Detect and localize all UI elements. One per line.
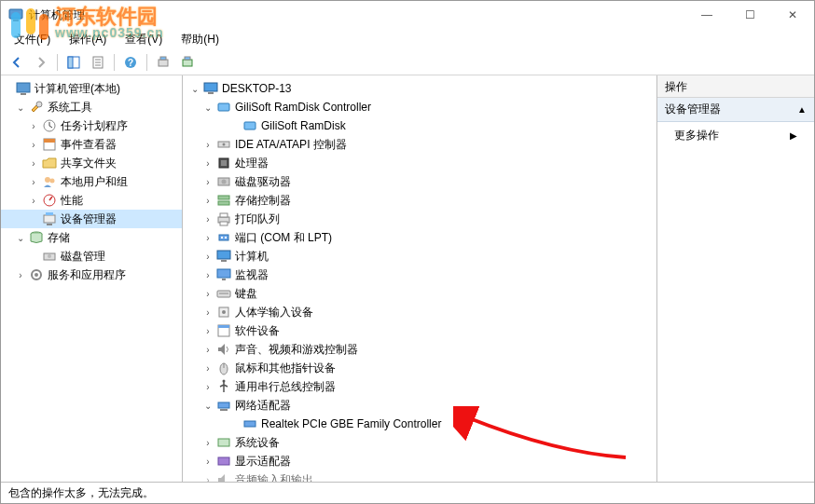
expand-icon[interactable]: › [201,138,214,151]
device-sound[interactable]: ›声音、视频和游戏控制器 [183,340,656,359]
expand-icon[interactable]: › [201,287,214,300]
expand-icon[interactable]: › [201,157,214,170]
collapse-icon[interactable]: ⌄ [188,82,201,95]
collapse-icon[interactable]: ⌄ [14,231,27,244]
node-system-tools[interactable]: ⌄ 系统工具 [1,98,182,116]
node-label: 任务计划程序 [61,118,128,134]
menu-action[interactable]: 操作(A) [62,30,114,49]
sound-icon [216,342,231,357]
device-mice[interactable]: ›鼠标和其他指针设备 [183,359,656,377]
expand-icon[interactable]: › [201,250,214,263]
device-network-adapters[interactable]: ⌄网络适配器 [183,396,656,415]
node-shared-folders[interactable]: › 共享文件夹 [1,154,182,172]
forward-button[interactable] [30,51,52,74]
expand-icon[interactable]: › [27,157,40,170]
node-label: 系统工具 [48,100,92,116]
svg-point-28 [48,254,51,258]
collapse-icon[interactable]: ⌄ [14,101,27,114]
device-display[interactable]: ›显示适配器 [183,452,656,470]
device-ports[interactable]: ›端口 (COM 和 LPT) [183,228,656,247]
node-disk-management[interactable]: 磁盘管理 [1,247,182,266]
back-button[interactable] [6,51,28,74]
svg-rect-52 [222,279,226,280]
expand-icon[interactable]: › [201,473,214,482]
device-ramdisk-controller[interactable]: ⌄GiliSoft RamDisk Controller [183,98,656,116]
expand-icon[interactable]: › [14,268,27,281]
expand-icon[interactable]: › [201,455,214,468]
node-local-users[interactable]: › 本地用户和组 [1,172,182,191]
svg-rect-23 [44,215,55,223]
collapse-triangle-icon[interactable]: ▲ [797,104,807,115]
collapse-icon[interactable]: ⌄ [201,101,214,114]
expand-icon[interactable]: › [201,194,214,207]
node-label: 声音、视频和游戏控制器 [235,342,358,358]
expand-icon[interactable]: › [201,231,214,244]
expand-icon[interactable]: › [201,324,214,337]
device-cpu[interactable]: ›处理器 [183,154,656,172]
device-print-queue[interactable]: ›打印队列 [183,210,656,228]
svg-rect-47 [221,237,223,238]
expand-icon[interactable]: › [201,361,214,375]
expand-icon[interactable]: › [201,380,214,393]
device-disk-drives[interactable]: ›磁盘驱动器 [183,172,656,191]
node-storage[interactable]: ⌄ 存储 [1,228,182,247]
node-label: 网络适配器 [235,398,291,414]
actions-more[interactable]: 更多操作 ▶ [657,122,814,149]
menu-view[interactable]: 查看(V) [117,30,170,49]
expand-icon[interactable]: › [27,119,40,132]
minimize-button[interactable]: — [685,1,728,29]
scan-hardware-button[interactable] [152,51,174,74]
node-computer-management[interactable]: 计算机管理(本地) [1,79,182,98]
device-hid[interactable]: ›人体学输入设备 [183,303,656,321]
device-software[interactable]: ›软件设备 [183,321,656,340]
users-icon [42,174,57,189]
device-keyboards[interactable]: ›键盘 [183,284,656,303]
svg-rect-31 [204,83,217,91]
device-audio-io[interactable]: ›音频输入和输出 [183,470,656,482]
node-label: GiliSoft RamDisk [261,119,346,132]
performance-icon [42,193,57,208]
node-label: 计算机 [235,249,269,265]
device-tree-pane[interactable]: ⌄DESKTOP-13 ⌄GiliSoft RamDisk Controller… [183,75,657,482]
device-storage-controllers[interactable]: ›存储控制器 [183,191,656,210]
device-realtek-nic[interactable]: Realtek PCIe GBE Family Controller [183,415,656,433]
node-event-viewer[interactable]: › 事件查看器 [1,135,182,154]
menu-file[interactable]: 文件(F) [7,30,58,49]
svg-point-40 [222,180,227,184]
device-ide[interactable]: ›IDE ATA/ATAPI 控制器 [183,135,656,154]
left-tree-pane[interactable]: 计算机管理(本地) ⌄ 系统工具 › 任务计划程序 › 事件查看器 › 共享文件… [1,75,183,482]
expand-icon[interactable]: › [27,175,40,188]
svg-rect-46 [219,235,228,240]
expand-icon[interactable]: › [201,306,214,319]
node-task-scheduler[interactable]: › 任务计划程序 [1,116,182,135]
expand-icon[interactable]: › [201,175,214,188]
expand-icon[interactable]: › [201,436,214,449]
collapse-icon[interactable]: ⌄ [201,399,214,412]
node-device-manager[interactable]: 设备管理器 [1,210,182,228]
refresh-button[interactable] [176,51,199,74]
display-adapter-icon [216,454,231,469]
expand-icon[interactable]: › [27,138,40,151]
properties-button[interactable] [87,51,109,74]
expand-icon[interactable]: › [201,268,214,281]
device-system[interactable]: ›系统设备 [183,433,656,452]
show-hide-tree-button[interactable] [62,51,85,74]
expand-icon[interactable]: › [201,343,214,356]
node-performance[interactable]: › 性能 [1,191,182,210]
node-services-apps[interactable]: › 服务和应用程序 [1,266,182,284]
expand-icon[interactable]: › [201,212,214,225]
audio-icon [216,472,231,482]
close-button[interactable]: ✕ [771,1,814,29]
expand-icon[interactable]: › [27,194,40,207]
device-computer[interactable]: ⌄DESKTOP-13 [183,79,656,98]
svg-rect-50 [221,260,227,262]
menu-help[interactable]: 帮助(H) [173,30,227,49]
help-button[interactable]: ? [119,51,142,74]
maximize-button[interactable]: ☐ [728,1,771,29]
expand-icon[interactable] [1,82,14,95]
device-ramdisk[interactable]: GiliSoft RamDisk [183,116,656,135]
device-usb[interactable]: ›通用串行总线控制器 [183,377,656,396]
device-computers[interactable]: ›计算机 [183,247,656,266]
actions-section[interactable]: 设备管理器 ▲ [657,98,814,122]
device-monitors[interactable]: ›监视器 [183,266,656,284]
